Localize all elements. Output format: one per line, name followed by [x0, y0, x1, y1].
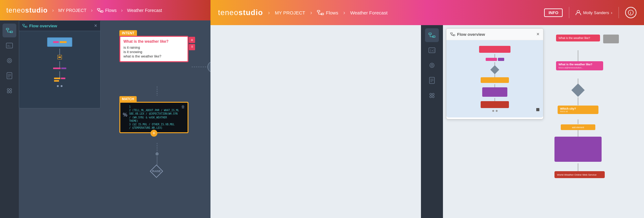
left-sidebar: x1: [0, 20, 19, 218]
mini-node-blue: [47, 37, 72, 47]
right-sidebar: [x]: [421, 25, 443, 218]
rc-node-1-label: What is the weather like?: [559, 36, 590, 40]
svg-rect-21: [23, 24, 25, 25]
flow-overview-title-group: Flow overview: [22, 24, 57, 28]
left-flows-link[interactable]: Flows: [97, 8, 117, 13]
right-page: Weather Forecast: [350, 10, 388, 15]
intent-node: INTENT What is the weather like? is it r…: [119, 30, 188, 62]
svg-rect-36: [429, 33, 431, 35]
right-flow-overview-header: Flow overview ×: [446, 29, 543, 40]
info-circle-button[interactable]: i: [625, 7, 636, 18]
match-body[interactable]: 🗑 % 1 2 (TELL_ML_ABOUT.PHR / WHAT_IS_ML …: [119, 102, 188, 133]
match-code: 1 2 (TELL_ML_ABOUT.PHR / WHAT_IS_ML SBE.…: [129, 105, 184, 130]
svg-point-17: [7, 89, 9, 90]
intent-move-btn[interactable]: ⠿: [189, 44, 195, 50]
header-divider: [569, 7, 569, 18]
right-sidebar-icon-apps[interactable]: [425, 89, 439, 102]
svg-text:1: 1: [9, 45, 11, 47]
header-divider-2: [619, 7, 619, 18]
rc-node-4-label: World Weather Online Web Service: [557, 173, 597, 176]
rc-small-orange-btn[interactable]: add element: [561, 124, 595, 130]
svg-point-12: [8, 60, 10, 62]
mini-connector-3: [59, 71, 60, 78]
intent-item-2: is it snowing: [123, 50, 184, 54]
user-chevron: ›: [611, 10, 612, 15]
right-canvas: Flow overview ×: [443, 25, 644, 218]
right-flows-link[interactable]: Flows: [317, 10, 338, 15]
match-label: MATCH: [119, 96, 137, 102]
right-sep2: ›: [310, 9, 312, 16]
right-sep3: ›: [343, 9, 345, 16]
intent-item-1: is it raining: [123, 46, 184, 49]
mini-connector-2: [59, 61, 60, 68]
right-sidebar-icon-variables[interactable]: [x]: [425, 43, 439, 57]
svg-rect-4: [6, 28, 9, 30]
right-panel: teneostudio › MY PROJECT › Flows › Weath…: [210, 0, 644, 218]
rc-node-2-label: What is the weather like?: [559, 63, 601, 66]
right-sidebar-icon-docs[interactable]: [425, 74, 439, 87]
rc-node-3[interactable]: Which city? tesco.ai: [558, 106, 598, 114]
intent-body[interactable]: What is the weather like? is it raining …: [119, 36, 188, 62]
left-flow-overview-panel: Flow overview ×: [19, 20, 101, 108]
right-sep1: ›: [268, 9, 270, 16]
circle-connector: [156, 152, 159, 155]
rc-gray-box: [603, 35, 619, 43]
right-overview-content: [446, 40, 543, 117]
overview-resize-handle[interactable]: [536, 108, 539, 111]
flow-overview-title: Flow overview: [29, 24, 57, 28]
flow-overview-header: Flow overview ×: [19, 21, 100, 31]
intent-actions: + ⠿: [189, 37, 195, 50]
rc-node-2[interactable]: What is the weather like? tesco.ai@teneo…: [556, 61, 603, 70]
user-name: Molly Sanders: [583, 10, 609, 15]
right-flow-overview-panel: Flow overview ×: [446, 28, 543, 119]
rc-small-orange-label: add element: [572, 126, 584, 128]
svg-point-43: [431, 64, 433, 66]
match-delete-btn[interactable]: 🗑: [181, 105, 185, 109]
left-panel: teneostudio › MY PROJECT › Flows › Weath…: [0, 0, 210, 218]
left-header: teneostudio › MY PROJECT › Flows › Weath…: [0, 0, 210, 20]
svg-rect-52: [450, 33, 452, 34]
mini-connector-1: [59, 49, 60, 55]
right-sidebar-icon-settings[interactable]: [425, 58, 439, 72]
rc-diamond-1: [571, 84, 585, 97]
raise-node: RAISE: [144, 165, 169, 177]
left-page: Weather Forecast: [127, 8, 162, 13]
intent-add-btn[interactable]: +: [189, 37, 195, 43]
info-button[interactable]: INFO: [544, 8, 563, 17]
svg-point-49: [432, 93, 434, 95]
flow-overview-close[interactable]: ×: [94, 23, 97, 28]
add-node-button[interactable]: +: [207, 61, 210, 73]
right-project[interactable]: MY PROJECT: [275, 10, 305, 15]
svg-point-18: [10, 89, 12, 90]
intent-item-3: what is the weather like?: [123, 54, 184, 58]
raise-label: RAISE: [152, 170, 161, 173]
right-brand: teneostudio: [218, 8, 263, 17]
sidebar-icon-settings[interactable]: [3, 54, 16, 68]
rc-node-4[interactable]: World Weather Online Web Service: [554, 171, 605, 178]
rc-node-3-sub: tesco.ai: [560, 110, 596, 112]
right-sidebar-icon-flows[interactable]: [425, 28, 439, 42]
svg-point-51: [432, 96, 434, 98]
svg-point-20: [10, 91, 12, 93]
svg-point-11: [7, 58, 12, 63]
rc-node-1[interactable]: What is the weather like?: [556, 35, 600, 41]
svg-point-48: [430, 93, 432, 95]
match-add-btn[interactable]: +: [150, 130, 157, 137]
sidebar-icon-apps[interactable]: [3, 84, 16, 98]
rc-node-purple[interactable]: [554, 137, 602, 162]
sep2: ›: [91, 8, 92, 13]
right-flow-overview-title: Flow overview: [457, 32, 485, 37]
right-flow-overview-close[interactable]: ×: [537, 32, 539, 37]
sidebar-icon-variables[interactable]: x1: [3, 39, 16, 52]
match-node: MATCH 🗑 % 1 2 (TELL_ML_ABOUT.PHR / WHAT_…: [119, 96, 188, 133]
svg-rect-29: [317, 10, 320, 12]
sep1: ›: [52, 8, 54, 13]
rc-node-3-label: Which city?: [560, 107, 596, 110]
user-button[interactable]: Molly Sanders ›: [576, 10, 612, 15]
sidebar-icon-docs[interactable]: [3, 69, 16, 83]
svg-point-50: [430, 96, 432, 98]
sidebar-icon-flows[interactable]: [3, 24, 16, 37]
match-percent: %: [123, 112, 127, 118]
rc-node-2-sub: tesco.ai@teneosolution...: [559, 67, 601, 69]
left-project[interactable]: MY PROJECT: [58, 8, 86, 13]
